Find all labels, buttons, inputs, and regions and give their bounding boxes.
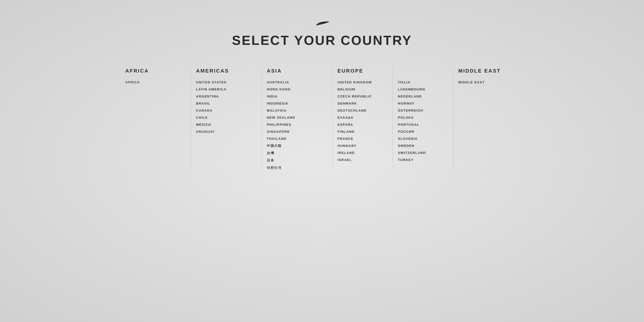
list-item: SLOVENIA — [398, 136, 448, 141]
country-germany[interactable]: DEUTSCHLAND — [338, 109, 367, 112]
list-item: CHILE — [196, 115, 257, 120]
region-americas-header: AMERICAS — [196, 68, 257, 74]
country-indonesia[interactable]: INDONESIA — [267, 102, 288, 105]
country-austria[interactable]: ÖSTERREICH — [398, 109, 423, 112]
list-item: 台灣 — [267, 151, 327, 155]
list-item: ITALIA — [398, 80, 448, 84]
country-canada[interactable]: CANADA — [196, 109, 213, 112]
country-italy[interactable]: ITALIA — [398, 80, 411, 84]
list-item: SWITZERLAND — [398, 150, 448, 155]
list-item: РОССИЯ — [398, 129, 448, 134]
list-item: FRANCE — [338, 136, 388, 141]
list-item: LATIN AMERICA — [196, 87, 257, 91]
region-asia: ASIA AUSTRALIA HONG KONG INDIA INDONESIA… — [261, 68, 332, 170]
country-latin-america[interactable]: LATIN AMERICA — [196, 87, 227, 91]
page-wrapper: SELECT YOUR COUNTRY AFRICA AFRICA AMERIC… — [0, 0, 644, 195]
europe-col2: EUROPE ITALIA LUXEMBOURG NEDERLAND NORWA… — [393, 68, 453, 170]
list-item: 日本 — [267, 158, 327, 163]
nike-logo — [314, 20, 330, 28]
asia-country-list: AUSTRALIA HONG KONG INDIA INDONESIA MALA… — [267, 80, 327, 170]
region-americas: AMERICAS UNITED STATES LATIN AMERICA ARG… — [191, 68, 262, 170]
list-item: MÉXICO — [196, 122, 257, 127]
country-china-mainland[interactable]: 中国大陆 — [267, 144, 281, 148]
list-item: UNITED STATES — [196, 80, 257, 84]
country-japan[interactable]: 日本 — [267, 158, 274, 162]
country-uk[interactable]: UNITED KINGDOM — [338, 80, 372, 84]
list-item: PHILIPPINES — [267, 122, 327, 127]
country-new-zealand[interactable]: NEW ZEALAND — [267, 116, 295, 119]
country-singapore[interactable]: SINGAPORE — [267, 130, 290, 134]
country-czech[interactable]: CZECH REPUBLIC — [338, 94, 372, 98]
country-india[interactable]: INDIA — [267, 94, 278, 98]
list-item: POLSKA — [398, 115, 448, 120]
country-korea[interactable]: 대한민국 — [267, 166, 281, 170]
list-item: ΕΛΛΑΔΑ — [338, 115, 388, 120]
list-item: MIDDLE EAST — [458, 80, 519, 84]
list-item: INDIA — [267, 94, 327, 99]
country-greece[interactable]: ΕΛΛΑΔΑ — [338, 116, 354, 119]
list-item: ÖSTERREICH — [398, 108, 448, 113]
country-us[interactable]: UNITED STATES — [196, 80, 227, 84]
country-netherlands[interactable]: NEDERLAND — [398, 94, 422, 98]
country-belgium[interactable]: BELGIUM — [338, 87, 355, 91]
country-switzerland[interactable]: SWITZERLAND — [398, 151, 426, 155]
country-israel[interactable]: ISRAEL — [338, 158, 352, 162]
country-slovenia[interactable]: SLOVENIA — [398, 137, 418, 141]
list-item: AUSTRALIA — [267, 80, 327, 84]
country-hong-kong[interactable]: HONG KONG — [267, 87, 291, 91]
list-item: THAILAND — [267, 136, 327, 141]
country-chile[interactable]: CHILE — [196, 116, 208, 119]
list-item: HUNGARY — [338, 143, 388, 148]
countries-grid: AFRICA AFRICA AMERICAS UNITED STATES LAT… — [120, 68, 524, 170]
country-malaysia[interactable]: MALAYSIA — [267, 109, 287, 112]
region-europe-header: EUROPE — [338, 68, 388, 74]
list-item: SWEDEN — [398, 143, 448, 148]
region-europe: EUROPE UNITED KINGDOM BELGIUM CZECH REPU… — [332, 68, 453, 170]
country-brasil[interactable]: BRASIL — [196, 102, 211, 105]
country-argentina[interactable]: ARGENTINA — [196, 94, 219, 98]
country-sweden[interactable]: SWEDEN — [398, 144, 415, 148]
country-luxembourg[interactable]: LUXEMBOURG — [398, 87, 425, 91]
americas-country-list: UNITED STATES LATIN AMERICA ARGENTINA BR… — [196, 80, 257, 134]
country-norway[interactable]: NORWAY — [398, 102, 415, 105]
europe-country-list-1: UNITED KINGDOM BELGIUM CZECH REPUBLIC DE… — [338, 80, 388, 162]
list-item: DEUTSCHLAND — [338, 108, 388, 113]
country-poland[interactable]: POLSKA — [398, 116, 414, 119]
country-africa[interactable]: AFRICA — [125, 80, 140, 84]
country-spain[interactable]: ESPAÑA — [338, 123, 353, 126]
country-taiwan[interactable]: 台灣 — [267, 151, 274, 155]
region-africa-header: AFRICA — [125, 68, 186, 74]
list-item: AFRICA — [125, 80, 186, 84]
list-item: TURKEY — [398, 157, 448, 162]
country-uruguay[interactable]: URUGUAY — [196, 130, 215, 134]
list-item: SINGAPORE — [267, 129, 327, 134]
list-item: NORWAY — [398, 101, 448, 106]
country-denmark[interactable]: DENMARK — [338, 102, 357, 105]
list-item: FINLAND — [338, 129, 388, 134]
list-item: DENMARK — [338, 101, 388, 106]
list-item: 대한민국 — [267, 165, 327, 170]
country-finland[interactable]: FINLAND — [338, 130, 355, 134]
country-mexico[interactable]: MÉXICO — [196, 123, 211, 126]
list-item: ARGENTINA — [196, 94, 257, 99]
europe-col1: EUROPE UNITED KINGDOM BELGIUM CZECH REPU… — [332, 68, 393, 170]
list-item: UNITED KINGDOM — [338, 80, 388, 84]
list-item: LUXEMBOURG — [398, 87, 448, 91]
country-thailand[interactable]: THAILAND — [267, 137, 286, 141]
country-philippines[interactable]: PHILIPPINES — [267, 123, 291, 126]
page-title: SELECT YOUR COUNTRY — [232, 33, 412, 48]
country-australia[interactable]: AUSTRALIA — [267, 80, 289, 84]
region-middle-east: MIDDLE EAST MIDDLE EAST — [453, 68, 524, 170]
country-hungary[interactable]: HUNGARY — [338, 144, 357, 148]
country-russia[interactable]: РОССИЯ — [398, 130, 414, 134]
middle-east-country-list: MIDDLE EAST — [458, 80, 519, 84]
region-africa: AFRICA AFRICA — [120, 68, 191, 170]
country-france[interactable]: FRANCE — [338, 137, 354, 141]
africa-country-list: AFRICA — [125, 80, 186, 84]
country-ireland[interactable]: IRELAND — [338, 151, 355, 155]
list-item: NEDERLAND — [398, 94, 448, 99]
country-portugal[interactable]: PORTUGAL — [398, 123, 419, 126]
country-middle-east[interactable]: MIDDLE EAST — [458, 80, 485, 84]
list-item: HONG KONG — [267, 87, 327, 91]
country-turkey[interactable]: TURKEY — [398, 158, 414, 162]
